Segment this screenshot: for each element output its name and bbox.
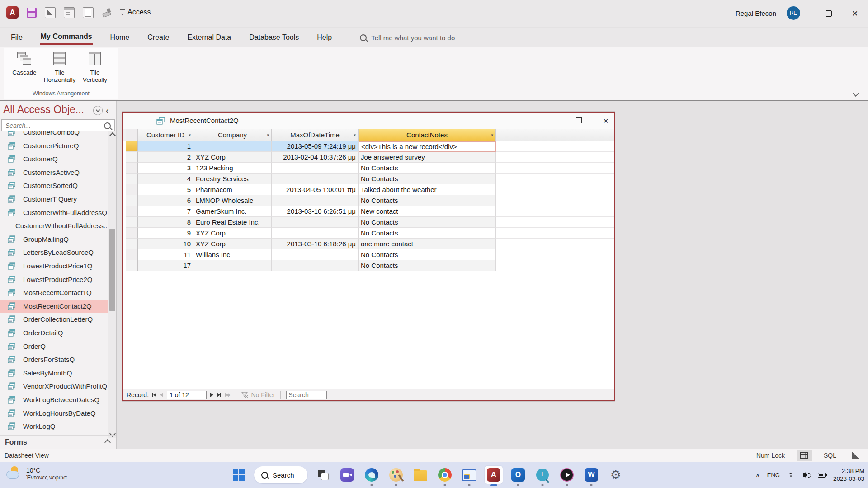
new-record-button[interactable]: ✱: [225, 393, 230, 398]
row-selector[interactable]: [126, 260, 138, 271]
access-taskbar-button[interactable]: A: [485, 466, 503, 484]
cell-customer-id[interactable]: 8: [138, 217, 193, 228]
row-selector[interactable]: [126, 228, 138, 239]
datasheet-view-button[interactable]: [797, 450, 812, 461]
start-button[interactable]: [230, 466, 248, 484]
chevron-down-icon[interactable]: ▾: [491, 133, 493, 137]
row-selector[interactable]: [126, 217, 138, 228]
cell-company[interactable]: [193, 260, 272, 271]
nav-item[interactable]: CustomerComboQ: [0, 131, 108, 139]
chevron-down-icon[interactable]: ▾: [354, 133, 356, 137]
language-indicator[interactable]: ENG: [767, 472, 780, 479]
cell-company[interactable]: 123 Packing: [193, 163, 272, 174]
tray-chevron-icon[interactable]: ∧: [755, 472, 760, 479]
view-icon[interactable]: [45, 7, 56, 18]
cell-customer-id[interactable]: 5: [138, 184, 193, 195]
cell-contactnotes[interactable]: Talked about the weather: [359, 184, 496, 195]
cell-contactnotes[interactable]: No Contacts: [359, 163, 496, 174]
cell-maxofdatetime[interactable]: [272, 228, 359, 239]
cell-maxofdatetime[interactable]: 2013-04-05 1:00:01 πμ: [272, 184, 359, 195]
qat-customize-icon[interactable]: ⌄: [120, 9, 125, 15]
row-selector[interactable]: [126, 184, 138, 195]
row-selector[interactable]: [126, 141, 138, 152]
cell-maxofdatetime[interactable]: 2013-03-10 6:26:51 μμ: [272, 206, 359, 217]
previous-record-button[interactable]: [160, 393, 163, 397]
cell-maxofdatetime[interactable]: [272, 174, 359, 184]
nav-item[interactable]: OrdersForStatsQ: [0, 353, 108, 366]
cell-company[interactable]: XYZ Corp: [193, 239, 272, 249]
cell-contactnotes[interactable]: No Contacts: [359, 217, 496, 228]
cell-company[interactable]: Euro Real Estate Inc.: [193, 217, 272, 228]
cell-company[interactable]: Forestry Services: [193, 174, 272, 184]
print-icon[interactable]: [83, 7, 94, 18]
chat-app-button[interactable]: [338, 466, 356, 484]
nav-search-box[interactable]: [1, 119, 115, 131]
nav-pane-menu-icon[interactable]: [93, 106, 103, 115]
cell-maxofdatetime[interactable]: [272, 217, 359, 228]
nav-scrollbar[interactable]: [108, 131, 116, 438]
scrollbar-thumb[interactable]: [109, 229, 115, 311]
chevron-down-icon[interactable]: ▾: [267, 133, 269, 137]
record-search-input[interactable]: [286, 391, 327, 399]
row-selector[interactable]: [126, 195, 138, 206]
cell-customer-id[interactable]: 6: [138, 195, 193, 206]
nav-pane-title[interactable]: All Access Obje...: [3, 103, 84, 116]
nav-item[interactable]: CustomerSortedQ: [0, 179, 108, 192]
chrome-button[interactable]: [436, 466, 454, 484]
paint-button[interactable]: [387, 466, 405, 484]
row-selector[interactable]: [126, 239, 138, 249]
row-selector[interactable]: [126, 152, 138, 163]
nav-item[interactable]: CustomerPictureQ: [0, 139, 108, 152]
cell-contactnotes[interactable]: No Contacts: [359, 260, 496, 271]
column-header-contactnotes[interactable]: ContactNotes▾: [359, 129, 496, 141]
record-position[interactable]: 1 of 12: [167, 391, 207, 399]
cascade-button[interactable]: Cascade: [8, 51, 41, 76]
clock[interactable]: 2:38 PM 2023-03-03: [833, 467, 864, 483]
cell-maxofdatetime[interactable]: [272, 163, 359, 174]
cell-company[interactable]: XYZ Corp: [193, 152, 272, 163]
cell-company[interactable]: XYZ Corp: [193, 228, 272, 239]
nav-item[interactable]: MostRecentContact1Q: [0, 286, 108, 299]
child-maximize-button[interactable]: [574, 117, 583, 125]
shutter-bar-close-icon[interactable]: ‹: [106, 105, 109, 116]
cell-customer-id[interactable]: 3: [138, 163, 193, 174]
nav-item[interactable]: WorkLogHoursByDateQ: [0, 407, 108, 420]
nav-search-input[interactable]: [5, 121, 101, 131]
cell-contactnotes[interactable]: No Contacts: [359, 174, 496, 184]
cell-customer-id[interactable]: 4: [138, 174, 193, 184]
form-icon[interactable]: [64, 7, 75, 18]
cell-maxofdatetime[interactable]: [272, 249, 359, 260]
tab-database-tools[interactable]: Database Tools: [248, 32, 300, 43]
volume-icon[interactable]: [802, 471, 811, 479]
tab-home[interactable]: Home: [109, 32, 131, 43]
select-all-corner[interactable]: [126, 129, 138, 141]
tab-external-data[interactable]: External Data: [186, 32, 232, 43]
format-painter-icon[interactable]: [102, 8, 112, 18]
cell-contactnotes[interactable]: <div>This is a new record</div>: [359, 141, 496, 152]
task-view-button[interactable]: [314, 466, 332, 484]
child-close-button[interactable]: ✕: [601, 117, 610, 125]
first-record-button[interactable]: [152, 393, 156, 397]
forms-section-header[interactable]: Forms: [0, 435, 116, 449]
column-header-company[interactable]: Company▾: [193, 129, 272, 141]
nav-item[interactable]: CustomersActiveQ: [0, 166, 108, 179]
cell-company[interactable]: [193, 141, 272, 152]
nav-item[interactable]: GroupMailingQ: [0, 233, 108, 246]
nav-item[interactable]: LowestProductPrice2Q: [0, 273, 108, 286]
no-filter-button[interactable]: No Filter: [241, 391, 275, 399]
row-selector[interactable]: [126, 174, 138, 184]
nav-item[interactable]: LettersByLeadSourceQ: [0, 246, 108, 259]
nav-item[interactable]: CustomerQ: [0, 152, 108, 165]
cell-company[interactable]: LMNOP Wholesale: [193, 195, 272, 206]
cell-company[interactable]: GamerSkum Inc.: [193, 206, 272, 217]
cell-customer-id[interactable]: 10: [138, 239, 193, 249]
cell-customer-id[interactable]: 9: [138, 228, 193, 239]
child-minimize-button[interactable]: —: [547, 117, 556, 125]
cell-contactnotes[interactable]: New contact: [359, 206, 496, 217]
cell-company[interactable]: Pharmacom: [193, 184, 272, 195]
outlook-button[interactable]: O: [509, 466, 527, 484]
edge-button[interactable]: [363, 466, 381, 484]
collapse-ribbon-icon[interactable]: [854, 90, 858, 97]
column-header-customer-id[interactable]: Customer ID▾: [138, 129, 193, 141]
tile-vertically-button[interactable]: Tile Vertically: [78, 51, 112, 84]
